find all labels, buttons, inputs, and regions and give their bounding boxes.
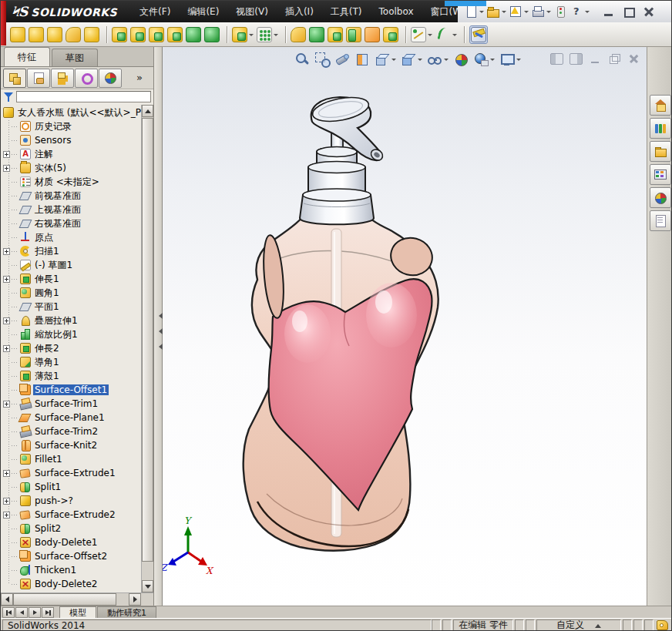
dropdown-arrow-icon[interactable] <box>274 34 278 39</box>
scroll-left-button[interactable] <box>1 593 13 606</box>
task-pane-button[interactable] <box>650 95 671 116</box>
doc-close-icon[interactable] <box>627 53 640 65</box>
toolbar-button[interactable] <box>365 27 380 42</box>
dropdown-arrow-icon[interactable] <box>546 11 551 15</box>
view-tool-button[interactable] <box>294 51 311 68</box>
expand-toggle-icon[interactable] <box>3 401 10 408</box>
toolbar-button[interactable] <box>257 27 278 42</box>
feature-tree-item[interactable]: 扫描1 <box>1 244 141 258</box>
feature-tree-item[interactable]: Split1 <box>1 480 141 494</box>
manager-tab[interactable] <box>99 69 122 88</box>
feature-tree-item[interactable]: Body-Delete2 <box>1 577 141 591</box>
pane-left-icon[interactable] <box>550 53 563 65</box>
expand-toggle-icon[interactable] <box>3 498 10 505</box>
toolbar-button[interactable] <box>328 27 343 42</box>
tree-horizontal-scrollbar[interactable] <box>1 592 153 606</box>
view-tool-button[interactable] <box>426 51 449 68</box>
view-tool-button[interactable] <box>354 51 371 68</box>
manager-tab[interactable] <box>51 69 74 88</box>
task-pane-button[interactable] <box>650 187 671 208</box>
feature-tree-item[interactable]: 導角1 <box>1 355 141 369</box>
toolbar-button[interactable] <box>149 27 164 42</box>
menu-item[interactable]: 插入(I) <box>277 1 322 22</box>
toolbar-button[interactable] <box>186 27 201 42</box>
toolbar-button[interactable] <box>167 27 183 42</box>
feature-tree-item[interactable]: 圓角1 <box>1 286 141 300</box>
dropdown-arrow-icon[interactable] <box>585 11 590 15</box>
expand-toggle-icon[interactable] <box>3 165 10 172</box>
feature-tree-item[interactable]: Fillet1 <box>1 452 141 466</box>
feature-tree-item[interactable]: Surface-Trim2 <box>1 425 141 438</box>
expand-toggle-icon[interactable] <box>3 276 10 283</box>
view-tool-button[interactable] <box>452 51 469 68</box>
scroll-thumb[interactable] <box>142 118 153 562</box>
toolbar-button[interactable] <box>435 27 457 42</box>
toolbar-button[interactable] <box>411 27 432 42</box>
manager-tab[interactable] <box>3 69 26 88</box>
view-tool-button[interactable] <box>499 51 522 68</box>
quick-button[interactable] <box>531 5 551 18</box>
toolbar-button[interactable] <box>405 26 407 43</box>
feature-tree-item[interactable]: Sensors <box>1 133 141 147</box>
toolbar-button[interactable] <box>469 25 488 44</box>
doc-minimize-icon[interactable] <box>589 53 602 65</box>
feature-tree-item[interactable]: 历史记录 <box>1 119 141 133</box>
task-pane-button[interactable] <box>650 164 671 185</box>
feature-tree-item[interactable]: Thicken1 <box>1 563 141 577</box>
feature-tree-item[interactable]: 上视基准面 <box>1 203 141 216</box>
dropdown-arrow-icon[interactable] <box>516 59 521 63</box>
toolbar-button[interactable] <box>309 27 324 42</box>
pane-right-icon[interactable] <box>570 53 583 65</box>
next-tab-button[interactable] <box>29 607 41 618</box>
filter-input[interactable] <box>16 91 151 102</box>
expand-toggle-icon[interactable] <box>3 151 10 158</box>
bottom-tab[interactable]: 模型 <box>59 606 96 618</box>
feature-tree-item[interactable]: Surface-Extrude2 <box>1 508 141 522</box>
feature-tree-item[interactable]: Surface-Extrude1 <box>1 466 141 480</box>
expand-toggle-icon[interactable] <box>3 248 10 255</box>
dropdown-arrow-icon[interactable] <box>249 34 254 39</box>
toolbar-button[interactable] <box>346 27 361 42</box>
scroll-down-button[interactable] <box>142 580 153 592</box>
toolbar-button[interactable] <box>66 27 81 42</box>
feature-tree-item[interactable]: push->? <box>1 494 141 508</box>
model-canvas[interactable]: Y X Z <box>163 47 647 606</box>
first-tab-button[interactable] <box>2 607 15 618</box>
panel-splitter[interactable] <box>154 47 163 606</box>
menu-item[interactable]: 工具(T) <box>322 1 371 22</box>
dropdown-arrow-icon[interactable] <box>391 59 396 63</box>
feature-tree-item[interactable]: 原点 <box>1 230 141 244</box>
feature-tree-item[interactable]: Surface-Offset1 <box>1 383 141 397</box>
feature-tree-item[interactable]: 女人香水瓶 (默认<<默认>_Ph <box>1 106 141 119</box>
dropdown-arrow-icon[interactable] <box>490 59 495 63</box>
feature-tree-item[interactable]: Surface-Plane1 <box>1 411 141 425</box>
toolbar-button[interactable] <box>285 26 287 43</box>
task-pane-button[interactable] <box>650 210 671 231</box>
expand-toggle-icon[interactable] <box>3 512 10 519</box>
feature-tree-item[interactable]: 注解 <box>1 147 141 161</box>
graphics-viewport[interactable]: Y X Z <box>163 47 647 606</box>
feature-tree-item[interactable]: Body-Delete1 <box>1 535 141 549</box>
toolbar-button[interactable] <box>130 27 146 42</box>
quick-button[interactable] <box>509 5 529 18</box>
view-tool-button[interactable] <box>374 51 397 68</box>
bottom-tab[interactable]: 動作研究1 <box>97 606 156 618</box>
scroll-right-button[interactable] <box>129 593 141 606</box>
scroll-thumb[interactable] <box>13 593 116 606</box>
toolbar-button[interactable] <box>47 27 62 42</box>
toolbar-button[interactable] <box>204 27 220 42</box>
tab-sketch[interactable]: 草图 <box>52 49 98 66</box>
prev-tab-button[interactable] <box>15 607 28 618</box>
toolbar-button[interactable] <box>291 27 306 42</box>
manager-tab[interactable] <box>75 69 98 88</box>
dropdown-arrow-icon[interactable] <box>502 11 506 15</box>
dropdown-arrow-icon[interactable] <box>418 59 422 63</box>
tab-features[interactable]: 特征 <box>4 47 50 66</box>
dropdown-arrow-icon[interactable] <box>452 34 457 39</box>
toolbar-button[interactable] <box>232 27 254 42</box>
scroll-up-button[interactable] <box>142 105 153 117</box>
restore-button[interactable] <box>620 5 638 18</box>
feature-tree-item[interactable]: 实体(5) <box>1 161 141 175</box>
close-button[interactable] <box>640 5 658 18</box>
collapse-arrows-icon[interactable] <box>156 313 163 350</box>
